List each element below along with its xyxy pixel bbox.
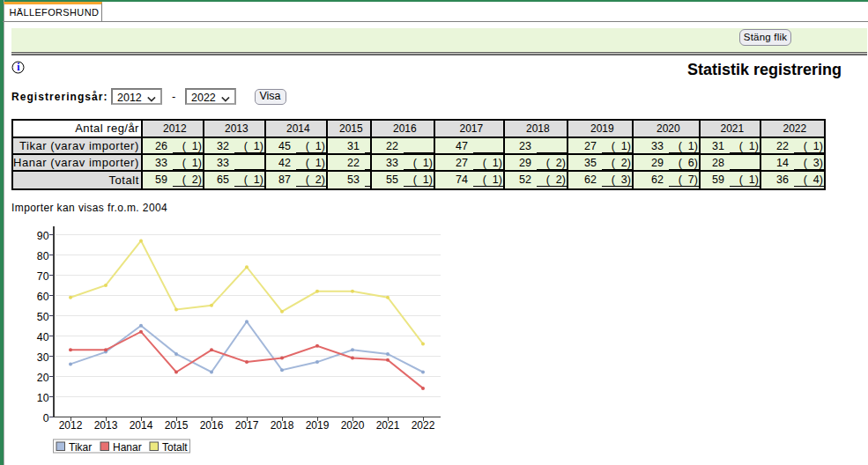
svg-text:Tikar: Tikar bbox=[69, 441, 92, 454]
svg-text:2021: 2021 bbox=[376, 419, 400, 432]
svg-text:2017: 2017 bbox=[235, 419, 259, 432]
svg-text:10: 10 bbox=[37, 392, 49, 404]
svg-text:2012: 2012 bbox=[59, 419, 83, 432]
svg-text:Hanar: Hanar bbox=[113, 441, 142, 454]
svg-text:30: 30 bbox=[37, 351, 49, 364]
svg-text:2016: 2016 bbox=[200, 419, 224, 432]
svg-text:60: 60 bbox=[37, 291, 49, 303]
svg-text:2013: 2013 bbox=[94, 419, 118, 432]
svg-text:2018: 2018 bbox=[271, 419, 294, 432]
svg-text:20: 20 bbox=[37, 372, 49, 384]
svg-text:80: 80 bbox=[37, 250, 49, 262]
svg-text:70: 70 bbox=[37, 270, 49, 283]
svg-text:2020: 2020 bbox=[341, 419, 365, 432]
svg-text:40: 40 bbox=[37, 331, 49, 343]
svg-text:2014: 2014 bbox=[130, 419, 153, 432]
svg-text:50: 50 bbox=[37, 311, 49, 323]
svg-text:0: 0 bbox=[43, 412, 49, 424]
svg-text:90: 90 bbox=[37, 230, 49, 242]
svg-text:Totalt: Totalt bbox=[162, 441, 188, 454]
svg-text:2015: 2015 bbox=[165, 419, 189, 432]
svg-text:2019: 2019 bbox=[306, 419, 330, 432]
svg-text:2022: 2022 bbox=[412, 419, 435, 432]
